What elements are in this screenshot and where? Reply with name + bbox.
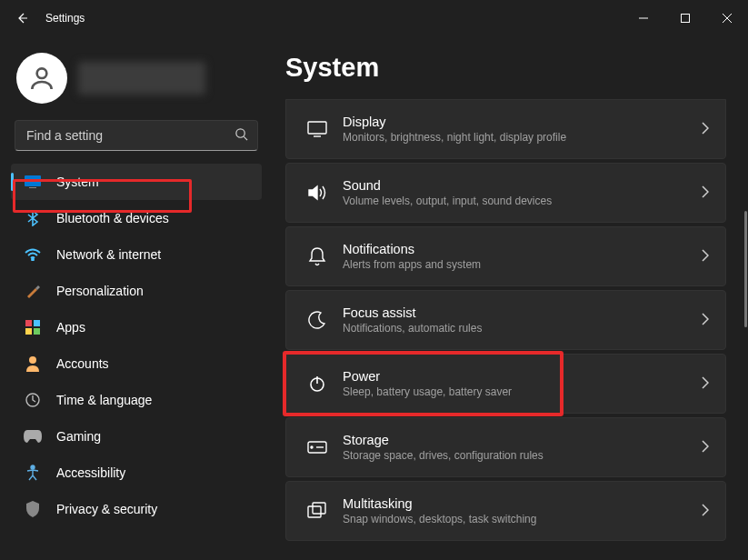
arrow-left-icon — [15, 11, 29, 25]
card-subtitle: Snap windows, desktops, task switching — [343, 513, 702, 525]
search-box[interactable] — [15, 120, 258, 151]
wifi-icon — [24, 245, 42, 264]
gamepad-icon — [24, 427, 42, 445]
svg-point-9 — [32, 259, 34, 261]
svg-point-16 — [31, 465, 35, 469]
system-icon — [24, 173, 42, 191]
sidebar-item-label: Time & language — [56, 393, 152, 407]
sidebar-item-label: Apps — [56, 320, 85, 335]
sidebar-item-personalization[interactable]: Personalization — [11, 273, 262, 309]
card-notifications[interactable]: Notifications Alerts from apps and syste… — [285, 226, 726, 286]
chevron-right-icon — [702, 504, 709, 519]
person-icon — [27, 64, 56, 93]
paintbrush-icon — [24, 282, 42, 300]
chevron-right-icon — [702, 249, 709, 265]
card-focus-assist[interactable]: Focus assist Notifications, automatic ru… — [285, 290, 726, 350]
display-icon — [299, 121, 335, 137]
sidebar-item-accounts[interactable]: Accounts — [11, 345, 262, 382]
search-input[interactable] — [15, 128, 257, 143]
card-title: Sound — [343, 178, 702, 193]
clock-globe-icon — [24, 391, 42, 409]
chevron-right-icon — [702, 313, 709, 328]
sidebar-item-accessibility[interactable]: Accessibility — [11, 455, 262, 491]
window-controls — [623, 0, 748, 36]
window-title: Settings — [45, 12, 85, 25]
sidebar-item-apps[interactable]: Apps — [11, 309, 262, 345]
chevron-right-icon — [702, 440, 709, 455]
card-sound[interactable]: Sound Volume levels, output, input, soun… — [285, 163, 726, 223]
card-title: Multitasking — [343, 496, 702, 511]
card-subtitle: Storage space, drives, configuration rul… — [343, 449, 702, 462]
card-display[interactable]: Display Monitors, brightness, night ligh… — [285, 99, 726, 159]
back-button[interactable] — [11, 7, 33, 29]
sound-icon — [299, 185, 335, 201]
avatar — [16, 53, 67, 104]
svg-rect-25 — [313, 503, 325, 514]
svg-point-4 — [37, 68, 47, 78]
bluetooth-icon — [24, 209, 42, 227]
sidebar-item-label: System — [56, 175, 99, 189]
shield-icon — [24, 500, 42, 518]
chevron-right-icon — [702, 185, 709, 201]
svg-rect-1 — [682, 15, 690, 23]
sidebar-item-bluetooth[interactable]: Bluetooth & devices — [11, 200, 262, 236]
apps-icon — [24, 318, 42, 336]
maximize-button[interactable] — [664, 0, 706, 36]
sidebar-item-time-language[interactable]: Time & language — [11, 382, 262, 418]
sidebar-item-label: Personalization — [56, 284, 144, 298]
svg-rect-7 — [25, 175, 41, 186]
sidebar-item-label: Accessibility — [56, 465, 125, 480]
bell-icon — [299, 246, 335, 266]
svg-rect-13 — [34, 328, 40, 335]
card-storage[interactable]: Storage Storage space, drives, configura… — [285, 417, 726, 477]
titlebar: Settings — [0, 0, 748, 36]
storage-icon — [299, 441, 335, 454]
card-subtitle: Sleep, battery usage, battery saver — [343, 385, 702, 398]
sidebar-item-system[interactable]: System — [11, 164, 262, 200]
card-subtitle: Monitors, brightness, night light, displ… — [343, 131, 702, 144]
sidebar-item-label: Privacy & security — [56, 502, 157, 516]
card-title: Focus assist — [343, 305, 702, 320]
close-button[interactable] — [706, 0, 748, 36]
card-title: Notifications — [343, 242, 702, 256]
svg-point-22 — [311, 446, 313, 448]
power-icon — [299, 375, 335, 393]
svg-rect-10 — [25, 320, 32, 326]
svg-point-5 — [236, 129, 244, 137]
moon-icon — [299, 311, 335, 329]
svg-line-6 — [244, 136, 247, 140]
sidebar-item-gaming[interactable]: Gaming — [11, 418, 262, 455]
page-title: System — [285, 53, 726, 83]
maximize-icon — [681, 14, 690, 23]
profile-block[interactable] — [11, 47, 262, 120]
svg-rect-8 — [29, 187, 36, 188]
chevron-right-icon — [702, 376, 709, 392]
sidebar-item-privacy[interactable]: Privacy & security — [11, 491, 262, 527]
minimize-button[interactable] — [623, 0, 664, 36]
person-icon — [24, 355, 42, 373]
accessibility-icon — [24, 464, 42, 482]
sidebar: System Bluetooth & devices Network & int… — [0, 36, 273, 560]
svg-rect-11 — [34, 320, 40, 326]
chevron-right-icon — [702, 122, 709, 137]
sidebar-item-label: Network & internet — [56, 247, 161, 262]
card-title: Display — [343, 115, 702, 129]
scrollbar-thumb[interactable] — [744, 211, 747, 327]
card-subtitle: Notifications, automatic rules — [343, 322, 702, 335]
close-icon — [723, 14, 732, 23]
svg-point-14 — [29, 356, 36, 364]
svg-rect-12 — [25, 328, 32, 335]
search-icon — [234, 127, 248, 144]
sidebar-item-label: Bluetooth & devices — [56, 211, 169, 225]
profile-name-redacted — [78, 62, 205, 95]
card-title: Storage — [343, 433, 702, 447]
card-subtitle: Volume levels, output, input, sound devi… — [343, 195, 702, 207]
card-title: Power — [343, 369, 702, 384]
main-panel: System Display Monitors, brightness, nig… — [273, 36, 748, 560]
card-multitasking[interactable]: Multitasking Snap windows, desktops, tas… — [285, 481, 726, 541]
sidebar-item-network[interactable]: Network & internet — [11, 236, 262, 273]
minimize-icon — [639, 14, 648, 23]
card-power[interactable]: Power Sleep, battery usage, battery save… — [285, 354, 726, 414]
card-subtitle: Alerts from apps and system — [343, 258, 702, 271]
svg-rect-17 — [308, 122, 326, 134]
